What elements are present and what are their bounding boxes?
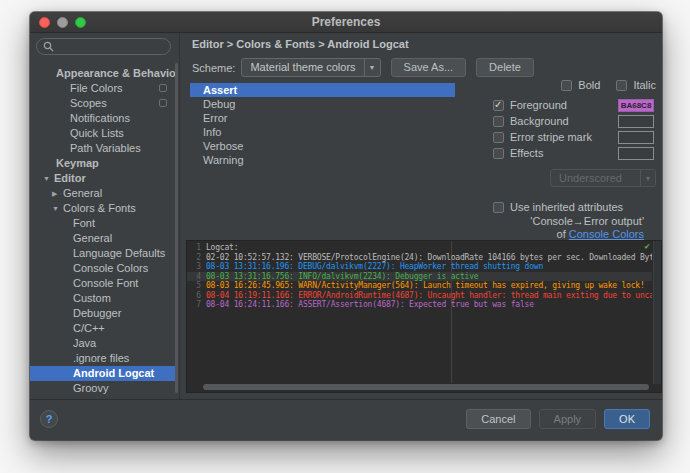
- inherited-from-prefix: of: [557, 228, 569, 240]
- console-horizontal-scrollbar[interactable]: [203, 384, 649, 390]
- bold-option: Bold: [561, 79, 600, 91]
- sidebar-item-label: .ignore files: [73, 352, 129, 364]
- color-swatch[interactable]: [618, 115, 654, 128]
- sidebar-item[interactable]: .ignore files: [30, 351, 175, 366]
- tree-toggle-icon[interactable]: ▼: [43, 171, 54, 186]
- color-swatch[interactable]: [618, 147, 654, 160]
- sidebar-item[interactable]: Notifications: [30, 111, 175, 126]
- apply-button[interactable]: Apply: [539, 409, 597, 429]
- color-swatch[interactable]: [618, 131, 654, 144]
- attribute-checkbox[interactable]: [493, 100, 504, 111]
- tree-toggle-icon[interactable]: ▶: [52, 186, 63, 201]
- sidebar-item[interactable]: Android Logcat: [30, 366, 175, 381]
- attribute-list-item[interactable]: Assert: [190, 83, 455, 97]
- attribute-list-item[interactable]: Debug: [190, 97, 455, 111]
- sidebar-item-label: Custom: [73, 292, 111, 304]
- attribute-list-item[interactable]: Verbose: [190, 139, 455, 153]
- chevron-down-icon[interactable]: ▼: [364, 59, 380, 76]
- sidebar-item-label: Language Defaults: [73, 247, 165, 259]
- sidebar-item[interactable]: Java: [30, 336, 175, 351]
- settings-search-input[interactable]: [36, 38, 171, 55]
- chevron-down-icon: ▼: [640, 170, 655, 186]
- console-colors-link[interactable]: Console Colors: [569, 228, 644, 240]
- font-style-row: Bold Italic: [561, 79, 656, 91]
- log-text: Logcat:: [206, 243, 652, 253]
- sidebar-item[interactable]: Scopes: [30, 96, 175, 111]
- italic-checkbox[interactable]: [616, 80, 627, 91]
- sidebar-item[interactable]: ▼Colors & Fonts: [30, 201, 175, 216]
- attribute-row-label: Foreground: [510, 99, 567, 111]
- sidebar-item[interactable]: Debugger: [30, 306, 175, 321]
- sidebar-item[interactable]: C/C++: [30, 321, 175, 336]
- bold-checkbox[interactable]: [561, 80, 572, 91]
- color-swatch[interactable]: BA68C8: [618, 99, 654, 112]
- use-inherited-row: Use inherited attributes: [493, 201, 623, 213]
- effect-style-select[interactable]: Underscored ▼: [550, 169, 656, 187]
- attribute-list-item[interactable]: Error: [190, 111, 455, 125]
- sidebar-item-label: General: [63, 187, 102, 199]
- attribute-checkbox[interactable]: [493, 116, 504, 127]
- sidebar-item[interactable]: Appearance & Behavior: [30, 66, 175, 81]
- sidebar-item[interactable]: Custom: [30, 291, 175, 306]
- log-text: 08-03 16:26:45.965: WARN/ActivityManager…: [206, 281, 652, 291]
- attribute-list-item[interactable]: Info: [190, 125, 455, 139]
- tree-toggle-icon[interactable]: ▼: [52, 201, 63, 216]
- inherited-from-line1: 'Console→Error output': [530, 215, 644, 227]
- console-preview[interactable]: 1 Logcat: 2 02-02 10:52:57.132: VERBOSE/…: [186, 240, 662, 393]
- attribute-list-item[interactable]: Warning: [190, 153, 455, 167]
- delete-button[interactable]: Delete: [476, 58, 534, 77]
- sidebar-item-label: General: [73, 232, 112, 244]
- sidebar-item[interactable]: Path Variables: [30, 141, 175, 156]
- sidebar-item-label: Font: [73, 217, 95, 229]
- attribute-color-row: Effects: [493, 146, 656, 160]
- log-text: 02-02 10:52:57.132: VERBOSE/ProtocolEngi…: [206, 253, 652, 263]
- sidebar-item-label: Android Logcat: [73, 367, 154, 379]
- sidebar-item-label: Editor: [54, 172, 86, 184]
- cancel-button[interactable]: Cancel: [466, 409, 530, 429]
- sidebar-item[interactable]: Font: [30, 216, 175, 231]
- log-line: 6 08-04 16:19:11.166: ERROR/AndroidRunti…: [187, 291, 652, 301]
- line-number: 4: [187, 272, 201, 282]
- sidebar-item-label: Scopes: [70, 97, 107, 109]
- sidebar-item-label: Path Variables: [70, 142, 141, 154]
- use-inherited-checkbox[interactable]: [493, 202, 504, 213]
- sidebar-item[interactable]: ▶General: [30, 186, 175, 201]
- help-button[interactable]: ?: [40, 410, 58, 428]
- footer-buttons: Cancel Apply OK: [466, 409, 650, 429]
- save-as-button[interactable]: Save As...: [391, 58, 467, 77]
- settings-sidebar: Appearance & Behavior File Colors Scopes…: [30, 33, 180, 399]
- attribute-label: Debug: [203, 98, 235, 110]
- attribute-label: Warning: [203, 154, 244, 166]
- attribute-checkbox[interactable]: [493, 148, 504, 159]
- line-number: 3: [187, 262, 201, 272]
- console-vertical-scrollbar[interactable]: [653, 241, 661, 384]
- attribute-row-label: Effects: [510, 147, 543, 159]
- sidebar-item[interactable]: ▼Editor: [30, 171, 175, 186]
- sidebar-item-label: Debugger: [73, 307, 121, 319]
- ok-button[interactable]: OK: [604, 409, 650, 429]
- sidebar-item[interactable]: Language Defaults: [30, 246, 175, 261]
- attribute-label: Verbose: [203, 140, 243, 152]
- log-line: 2 02-02 10:52:57.132: VERBOSE/ProtocolEn…: [187, 253, 652, 263]
- preferences-window: Preferences Appearance & Behavior File C…: [30, 12, 662, 440]
- log-line: 1 Logcat:: [187, 243, 652, 253]
- attribute-checkbox[interactable]: [493, 132, 504, 143]
- sidebar-item[interactable]: Keymap: [30, 156, 175, 171]
- sidebar-item[interactable]: File Colors: [30, 81, 175, 96]
- use-inherited-label: Use inherited attributes: [510, 201, 623, 213]
- log-line: 4 08-03 13:31:16.756: INFO/dalvikvm(2234…: [187, 272, 652, 282]
- sidebar-scrollbar[interactable]: [175, 63, 178, 393]
- title-bar[interactable]: Preferences: [30, 12, 662, 33]
- sidebar-item[interactable]: General: [30, 231, 175, 246]
- sidebar-item[interactable]: Console Colors: [30, 261, 175, 276]
- sidebar-item-label: Console Font: [73, 277, 138, 289]
- sidebar-item[interactable]: Groovy: [30, 381, 175, 396]
- scheme-select[interactable]: Material theme colors ▼: [241, 58, 380, 77]
- sidebar-item[interactable]: Console Font: [30, 276, 175, 291]
- sidebar-item[interactable]: Quick Lists: [30, 126, 175, 141]
- sidebar-item-label: File Colors: [70, 82, 123, 94]
- log-text: 08-03 13:31:16.756: INFO/dalvikvm(2234):…: [206, 272, 652, 282]
- log-line: 5 08-03 16:26:45.965: WARN/ActivityManag…: [187, 281, 652, 291]
- scheme-selected-value: Material theme colors: [242, 59, 363, 76]
- line-number: 5: [187, 281, 201, 291]
